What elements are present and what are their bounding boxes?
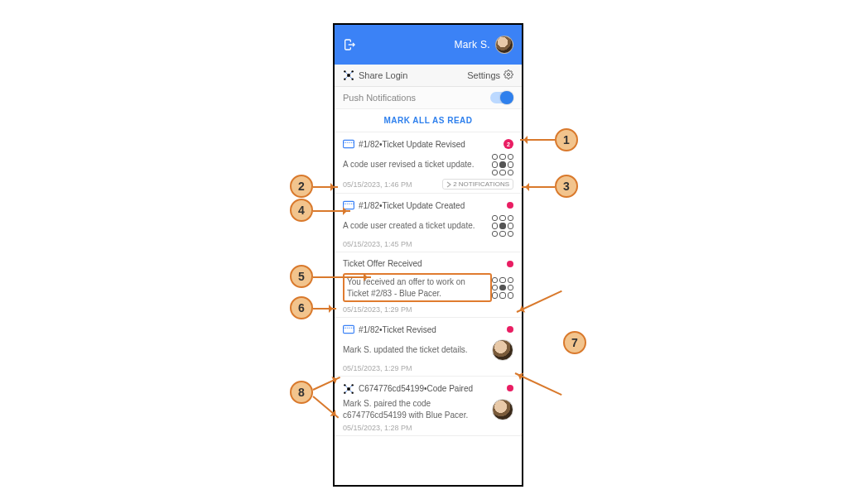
notification-item[interactable]: C674776cd54199 • Code PairedMark S. pair…	[335, 377, 522, 436]
item-title: Ticket Revised	[383, 325, 436, 334]
header-avatar[interactable]	[495, 36, 513, 54]
notification-item[interactable]: #1/82 • Ticket Update Revised2A code use…	[335, 132, 522, 194]
svg-point-3	[352, 79, 354, 80]
svg-point-2	[344, 79, 345, 80]
item-body: Mark S. updated the ticket details.	[343, 344, 492, 356]
push-toggle[interactable]	[490, 92, 513, 103]
callout-arrow	[313, 308, 336, 310]
svg-rect-13	[347, 387, 350, 391]
unread-dot	[507, 261, 513, 267]
qr-icon	[492, 277, 513, 299]
svg-rect-4	[347, 74, 350, 77]
notification-list: #1/82 • Ticket Update Revised2A code use…	[335, 132, 522, 482]
drone-icon	[343, 383, 354, 393]
header-username: Mark S.	[455, 39, 490, 50]
item-title: Ticket Update Revised	[383, 140, 465, 149]
settings-link[interactable]: Settings	[467, 70, 500, 80]
callout-2: 2	[290, 175, 313, 198]
item-body: Mark S. paired the code c674776cd54199 w…	[343, 398, 492, 420]
unread-badge: 2	[504, 139, 513, 149]
app-frame: Mark S. Share Login Settings Push Notifi…	[333, 23, 523, 487]
notification-item[interactable]: Ticket Offer ReceivedYou received an off…	[335, 252, 522, 318]
callout-3: 3	[555, 175, 578, 198]
svg-point-9	[344, 384, 345, 386]
timestamp: 05/15/2023, 1:29 PM	[343, 305, 412, 314]
user-avatar[interactable]	[492, 339, 513, 361]
logout-icon[interactable]	[343, 38, 356, 51]
item-title: Ticket Offer Received	[343, 259, 422, 268]
callout-arrow	[313, 210, 350, 212]
svg-point-5	[508, 74, 510, 76]
callout-5: 5	[290, 265, 313, 288]
qr-thumbnail[interactable]	[492, 277, 513, 299]
qr-icon	[492, 154, 513, 175]
ticket-icon	[343, 139, 354, 149]
qr-thumbnail[interactable]	[492, 215, 513, 237]
timestamp: 05/15/2023, 1:46 PM	[343, 180, 412, 189]
unread-dot	[507, 326, 513, 333]
item-id: C674776cd54199	[359, 384, 424, 393]
callout-1: 1	[555, 128, 578, 151]
timestamp: 05/15/2023, 1:29 PM	[343, 364, 412, 372]
svg-point-0	[344, 70, 345, 72]
timestamp: 05/15/2023, 1:45 PM	[343, 240, 412, 248]
item-id: #1/82	[359, 140, 379, 149]
svg-rect-6	[344, 140, 354, 147]
callout-arrow	[520, 139, 555, 141]
svg-point-11	[344, 392, 345, 394]
item-title: Ticket Update Created	[383, 201, 465, 210]
app-header: Mark S.	[335, 25, 522, 65]
item-body: A code user revised a ticket update.	[343, 159, 492, 170]
mark-all-read-button[interactable]: MARK ALL AS READ	[335, 109, 522, 132]
push-label: Push Notifications	[343, 93, 416, 103]
gear-icon[interactable]	[504, 70, 513, 81]
item-body: A code user created a ticket update.	[343, 220, 492, 232]
qr-icon	[492, 215, 513, 237]
svg-rect-8	[344, 325, 354, 333]
callout-arrow	[313, 186, 338, 188]
notification-item[interactable]: #1/82 • Ticket RevisedMark S. updated th…	[335, 318, 522, 377]
sub-toolbar: Share Login Settings	[335, 65, 522, 87]
svg-point-10	[352, 384, 354, 386]
unread-dot	[507, 385, 513, 391]
item-id: #1/82	[359, 201, 379, 210]
drone-icon	[343, 70, 354, 81]
svg-point-12	[352, 392, 354, 394]
callout-4: 4	[290, 199, 313, 222]
item-title: Code Paired	[426, 384, 473, 393]
notifications-chip[interactable]: 2 NOTIFICATIONS	[442, 179, 513, 190]
notification-item[interactable]: #1/82 • Ticket Update CreatedA code user…	[335, 194, 522, 252]
callout-6: 6	[290, 296, 313, 319]
qr-thumbnail[interactable]	[492, 154, 513, 175]
ticket-icon	[343, 324, 354, 334]
callout-arrow	[313, 276, 371, 278]
share-login-link[interactable]: Share Login	[359, 70, 407, 80]
unread-dot	[507, 202, 513, 209]
callout-8: 8	[290, 381, 313, 404]
timestamp: 05/15/2023, 1:28 PM	[343, 424, 412, 432]
svg-point-1	[352, 70, 354, 72]
callout-arrow	[522, 186, 555, 188]
push-notifications-row: Push Notifications	[335, 87, 522, 109]
user-avatar[interactable]	[492, 399, 513, 420]
callout-7: 7	[563, 331, 586, 354]
item-id: #1/82	[359, 325, 379, 334]
